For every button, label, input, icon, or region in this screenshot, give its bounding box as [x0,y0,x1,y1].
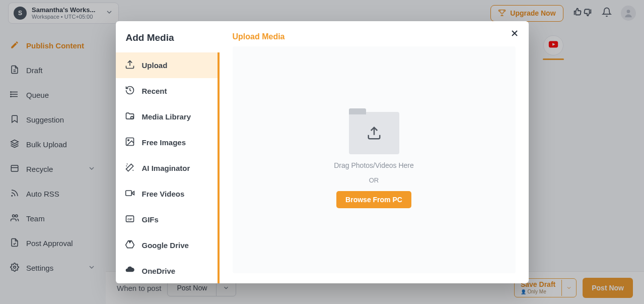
modal-nav-free-videos[interactable]: Free Videos [116,181,218,207]
svg-point-19 [130,116,133,119]
modal-nav-label: AI Imaginator [142,164,190,172]
modal-nav-label: OneDrive [142,267,176,275]
modal-nav-recent[interactable]: Recent [116,78,218,104]
modal-nav-label: Free Images [142,138,186,147]
modal-nav-google-drive[interactable]: Google Drive [116,232,218,258]
modal-nav-upload[interactable]: Upload [116,52,218,78]
image-icon [125,137,135,148]
drag-instruction-text: Drag Photos/Videos Here [334,161,414,169]
modal-nav-label: Media Library [142,112,191,121]
gif-icon: GIF [125,214,135,225]
svg-text:GIF: GIF [127,218,132,221]
modal-nav-label: Recent [142,87,167,95]
modal-section-title: Upload Media [233,32,516,41]
magic-wand-icon [125,162,135,174]
modal-nav-label: Free Videos [142,190,185,198]
modal-overlay: Add Media Upload Recent Media Library [0,0,644,304]
modal-nav-onedrive[interactable]: OneDrive [116,258,218,283]
modal-nav: Upload Recent Media Library Free Images [116,52,220,283]
modal-nav-label: GIFs [142,215,159,224]
modal-nav-media-library[interactable]: Media Library [116,104,218,130]
onedrive-icon [125,265,135,277]
upload-drop-zone[interactable]: Drag Photos/Videos Here OR Browse From P… [233,46,516,273]
modal-nav-label: Upload [142,61,168,70]
history-icon [125,85,135,97]
svg-rect-22 [125,191,131,196]
video-icon [125,188,135,200]
folder-icon [349,112,399,154]
modal-nav-gifs[interactable]: GIF GIFs [116,207,218,232]
svg-point-21 [127,140,129,141]
modal-nav-label: Google Drive [142,241,189,250]
close-button[interactable] [510,28,520,40]
browse-from-pc-button[interactable]: Browse From PC [336,191,411,208]
google-drive-icon [125,239,135,251]
upload-icon [125,59,135,71]
or-divider-text: OR [369,176,379,184]
svg-marker-26 [128,241,131,244]
modal-title: Add Media [116,21,220,52]
modal-nav-ai-imaginator[interactable]: AI Imaginator [116,155,218,181]
media-library-icon [125,111,135,123]
add-media-modal: Add Media Upload Recent Media Library [116,21,529,283]
modal-nav-free-images[interactable]: Free Images [116,130,218,155]
